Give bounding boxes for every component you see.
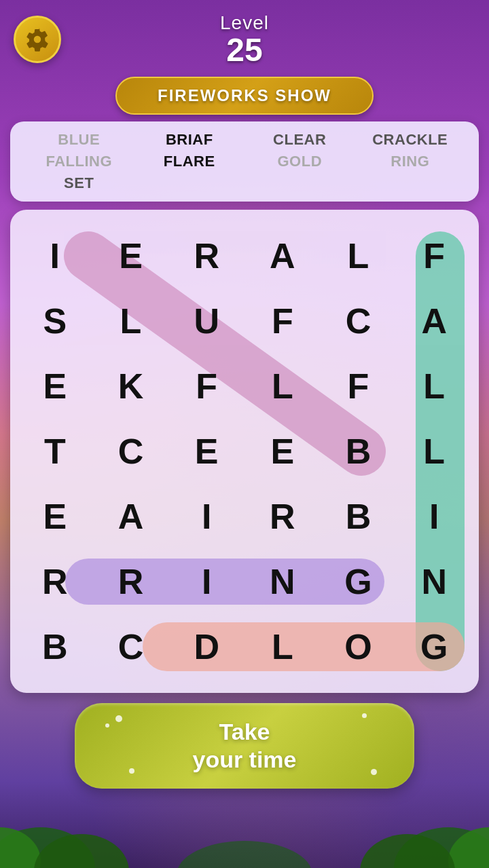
cell-6-5: G — [396, 614, 472, 679]
word-blue: BLUE — [24, 131, 134, 149]
svg-point-6 — [34, 834, 129, 868]
cell-0-0: I — [17, 223, 93, 288]
category-banner: FIREWORKS SHOW — [115, 77, 374, 115]
cell-2-2: F — [168, 354, 244, 419]
hint-text: Take your time — [95, 718, 394, 774]
svg-point-10 — [177, 841, 312, 868]
cell-3-5: L — [396, 419, 472, 484]
settings-button[interactable] — [14, 16, 61, 63]
cell-6-3: L — [244, 614, 321, 679]
cell-4-3: R — [244, 484, 321, 549]
cell-0-4: L — [321, 223, 397, 288]
word-flare: FLARE — [134, 153, 245, 170]
cell-1-3: F — [244, 288, 321, 354]
cell-6-1: C — [93, 614, 169, 679]
letters-grid: I E R A L F S L U F C A E K F L F L T C … — [17, 223, 472, 679]
cell-2-5: L — [396, 354, 472, 419]
cell-4-2: I — [168, 484, 244, 549]
svg-point-9 — [360, 834, 455, 868]
cell-5-1: R — [93, 549, 169, 614]
cell-3-1: C — [93, 419, 169, 484]
cell-0-3: A — [244, 223, 321, 288]
cell-6-2: D — [168, 614, 244, 679]
level-number: 25 — [220, 34, 269, 67]
word-briaf: BRIAF — [134, 131, 245, 149]
word-set: SET — [24, 174, 134, 192]
game-grid-container[interactable]: I E R A L F S L U F C A E K F L F L T C … — [10, 210, 479, 693]
cell-3-3: E — [244, 419, 321, 484]
cell-0-2: R — [168, 223, 244, 288]
level-display: Level 25 — [220, 12, 269, 67]
word-crackle: CRACKLE — [355, 131, 466, 149]
svg-point-5 — [0, 827, 41, 868]
word-clear: CLEAR — [244, 131, 355, 149]
svg-point-4 — [0, 827, 95, 868]
cell-1-1: L — [93, 288, 169, 354]
cell-2-4: F — [321, 354, 397, 419]
svg-point-7 — [394, 827, 489, 868]
cell-0-5: F — [396, 223, 472, 288]
cell-3-0: T — [17, 419, 93, 484]
hint-button[interactable]: Take your time — [75, 703, 414, 789]
gear-icon — [25, 27, 50, 52]
word-gold: GOLD — [244, 153, 355, 170]
cell-5-3: N — [244, 549, 321, 614]
bottom-foliage — [0, 787, 489, 868]
cell-4-1: A — [93, 484, 169, 549]
cell-0-1: E — [93, 223, 169, 288]
word-falling: FALLING — [24, 153, 134, 170]
category-name: FIREWORKS SHOW — [158, 86, 331, 105]
cell-6-4: O — [321, 614, 397, 679]
cell-2-0: E — [17, 354, 93, 419]
sparkle-4 — [362, 713, 367, 718]
cell-5-4: G — [321, 549, 397, 614]
cell-6-0: B — [17, 614, 93, 679]
cell-1-2: U — [168, 288, 244, 354]
words-grid: BLUE BRIAF CLEAR CRACKLE FALLING FLARE G… — [24, 131, 465, 192]
cell-5-5: N — [396, 549, 472, 614]
sparkle-2 — [105, 723, 109, 728]
sparkle-3 — [129, 768, 134, 774]
cell-4-4: B — [321, 484, 397, 549]
top-bar: Level 25 — [0, 0, 489, 73]
cell-5-0: R — [17, 549, 93, 614]
cell-2-3: L — [244, 354, 321, 419]
svg-point-8 — [448, 827, 489, 868]
sparkle-1 — [115, 715, 122, 722]
cell-1-5: A — [396, 288, 472, 354]
sparkle-5 — [371, 769, 377, 775]
cell-3-4: B — [321, 419, 397, 484]
word-ring: RING — [355, 153, 466, 170]
words-panel: BLUE BRIAF CLEAR CRACKLE FALLING FLARE G… — [10, 121, 479, 202]
cell-4-0: E — [17, 484, 93, 549]
cell-1-4: C — [321, 288, 397, 354]
cell-1-0: S — [17, 288, 93, 354]
cell-3-2: E — [168, 419, 244, 484]
cell-4-5: I — [396, 484, 472, 549]
cell-5-2: I — [168, 549, 244, 614]
level-label: Level — [220, 12, 269, 34]
cell-2-1: K — [93, 354, 169, 419]
